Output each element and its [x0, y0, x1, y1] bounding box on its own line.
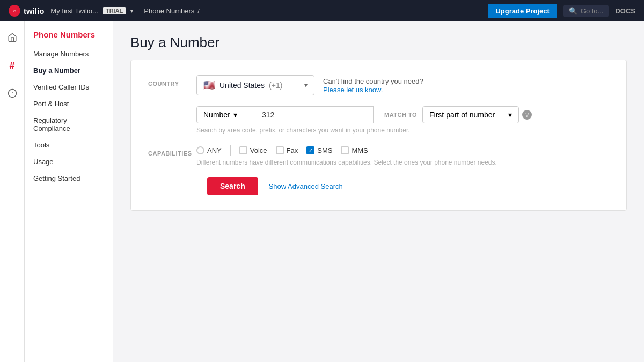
breadcrumb-chevron: ▾ [130, 8, 133, 14]
mms-checkbox-option[interactable]: MMS [341, 146, 368, 154]
capabilities-row: CAPABILITIES ANY Voice [148, 145, 609, 166]
sidebar-item-getting-started[interactable]: Getting Started [25, 170, 113, 187]
cant-find-text: Can't find the country you need? [323, 77, 423, 85]
capabilities-control-area: ANY Voice Fax SMS [196, 145, 609, 166]
mms-checkbox[interactable] [341, 146, 349, 154]
help-icon[interactable]: ? [522, 110, 532, 120]
fax-label: Fax [287, 146, 298, 154]
please-link[interactable]: Please let us know. [323, 86, 383, 94]
number-type-chevron-icon: ▾ [233, 110, 237, 119]
form-card: COUNTRY 🇺🇸 United States (+1) ▾ C [130, 60, 627, 211]
sms-label: SMS [317, 146, 332, 154]
topnav-left: ○ twilio My first Twilio... TRIAL ▾ Phon… [9, 5, 200, 17]
topnav-right: Upgrade Project 🔍 Go to... DOCS [488, 4, 635, 18]
breadcrumb-slash: / [197, 7, 200, 15]
sidebar-item-usage[interactable]: Usage [25, 153, 113, 170]
project-name[interactable]: My first Twilio... [50, 7, 98, 15]
sms-checkbox-option[interactable]: SMS [306, 146, 332, 154]
country-chevron-icon: ▾ [304, 82, 308, 89]
voice-checkbox-option[interactable]: Voice [239, 146, 267, 154]
leftnav: Phone Numbers Manage Numbers Buy a Numbe… [25, 21, 113, 362]
fax-checkbox[interactable] [276, 146, 284, 154]
country-control-area: 🇺🇸 United States (+1) ▾ Can't find the c… [196, 75, 609, 95]
sidebar-item-port-host[interactable]: Port & Host [25, 95, 113, 112]
any-radio-option[interactable]: ANY [196, 146, 222, 154]
sidebar-item-tools[interactable]: Tools [25, 137, 113, 153]
number-control-area: Number ▾ MATCH TO First part of number ▾… [196, 106, 609, 134]
main-content: Buy a Number COUNTRY 🇺🇸 United States (+… [113, 21, 644, 362]
trial-badge: TRIAL [103, 7, 126, 14]
match-to-chevron-icon: ▾ [508, 110, 512, 119]
country-select-wrapper: 🇺🇸 United States (+1) ▾ Can't find the c… [196, 75, 609, 95]
leftnav-section-title: Phone Numbers [25, 30, 113, 46]
topnav: ○ twilio My first Twilio... TRIAL ▾ Phon… [0, 0, 644, 21]
voice-checkbox[interactable] [239, 146, 247, 154]
any-radio-input[interactable] [196, 146, 204, 154]
voice-label: Voice [250, 146, 267, 154]
number-type-label: Number [203, 110, 230, 119]
search-button[interactable]: Search [207, 177, 258, 195]
circle-icon-btn[interactable] [3, 84, 22, 103]
number-input-row: Number ▾ MATCH TO First part of number ▾… [196, 106, 609, 123]
capabilities-controls: ANY Voice Fax SMS [196, 145, 609, 156]
capabilities-hint: Different numbers have different communi… [196, 159, 609, 166]
twilio-logo-icon: ○ [9, 5, 20, 17]
sidebar-item-verified-callerids[interactable]: Verified Caller IDs [25, 79, 113, 95]
sidebar-item-manage-numbers[interactable]: Manage Numbers [25, 46, 113, 62]
country-select-inner: 🇺🇸 United States (+1) [203, 79, 282, 91]
twilio-logo[interactable]: ○ twilio [9, 5, 44, 17]
cant-find-area: Can't find the country you need? Please … [323, 77, 423, 94]
sms-checkbox[interactable] [306, 146, 314, 154]
number-input[interactable] [255, 106, 374, 123]
number-row: Number ▾ MATCH TO First part of number ▾… [148, 106, 609, 134]
capabilities-label: CAPABILITIES [148, 145, 196, 157]
advanced-search-link[interactable]: Show Advanced Search [269, 182, 343, 190]
home-icon-btn[interactable] [3, 28, 22, 47]
country-row: COUNTRY 🇺🇸 United States (+1) ▾ C [148, 75, 609, 95]
number-type-select[interactable]: Number ▾ [196, 106, 255, 123]
match-to-value: First part of number [429, 110, 495, 119]
main-header: Buy a Number [113, 21, 644, 60]
search-placeholder: Go to... [581, 7, 604, 15]
upgrade-button[interactable]: Upgrade Project [488, 4, 557, 18]
actions-row: Search Show Advanced Search [148, 177, 609, 195]
mms-label: MMS [352, 146, 368, 154]
search-icon: 🔍 [569, 7, 577, 15]
hash-icon-btn[interactable]: # [3, 56, 22, 75]
match-to-label: MATCH TO [384, 112, 417, 118]
country-code: (+1) [269, 81, 282, 90]
search-bar[interactable]: 🔍 Go to... [564, 5, 609, 17]
sidebar-item-regulatory[interactable]: Regulatory Compliance [25, 112, 113, 137]
icon-sidebar: # [0, 21, 25, 362]
search-hint: Search by area code, prefix, or characte… [196, 127, 609, 134]
sidebar-item-buy-number[interactable]: Buy a Number [25, 62, 113, 79]
capabilities-divider [230, 145, 231, 156]
number-form-label [148, 106, 196, 112]
layout: # Phone Numbers Manage Numbers Buy a Num… [0, 21, 644, 362]
country-flag: 🇺🇸 [203, 79, 215, 91]
country-select[interactable]: 🇺🇸 United States (+1) ▾ [196, 75, 314, 95]
country-name: United States [219, 81, 265, 90]
any-label: ANY [207, 146, 222, 154]
phone-numbers-link[interactable]: Phone Numbers [144, 7, 194, 15]
fax-checkbox-option[interactable]: Fax [276, 146, 298, 154]
match-to-select[interactable]: First part of number ▾ [422, 106, 519, 123]
logo-text: twilio [24, 6, 44, 16]
breadcrumb: My first Twilio... TRIAL ▾ Phone Numbers… [50, 7, 200, 15]
country-label: COUNTRY [148, 75, 196, 87]
docs-link[interactable]: DOCS [615, 7, 635, 15]
page-title: Buy a Number [130, 34, 627, 51]
